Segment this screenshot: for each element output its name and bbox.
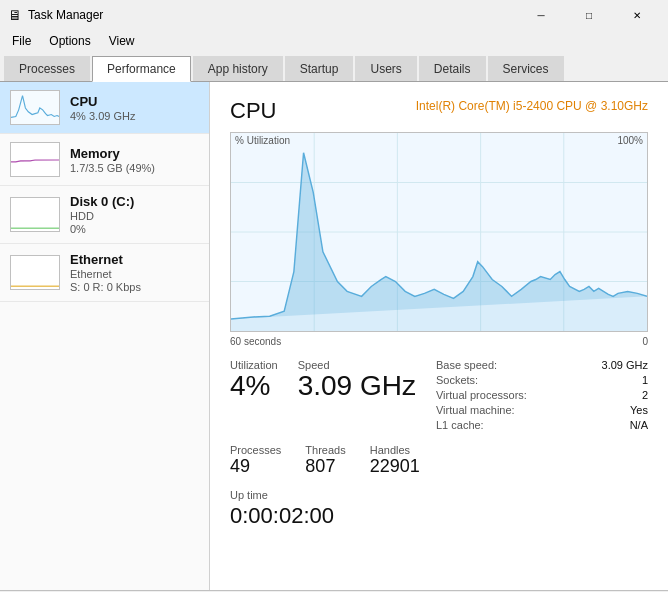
menu-view[interactable]: View [101, 32, 143, 50]
cpu-name: CPU [70, 94, 199, 109]
menu-bar: File Options View [0, 30, 668, 52]
app-title: Task Manager [28, 8, 103, 22]
virtual-processors-row: Virtual processors: 2 [436, 389, 648, 401]
processes-value: 49 [230, 456, 281, 477]
svg-rect-2 [11, 198, 59, 231]
util-value: 4% [230, 371, 278, 402]
virtual-processors-value: 2 [642, 389, 648, 401]
sidebar-item-ethernet[interactable]: Ethernet Ethernet S: 0 R: 0 Kbps [0, 244, 209, 302]
disk-name: Disk 0 (C:) [70, 194, 199, 209]
menu-file[interactable]: File [4, 32, 39, 50]
main-content: CPU 4% 3.09 GHz Memory 1.7/3.5 GB (49%) [0, 82, 668, 590]
cpu-thumbnail [10, 90, 60, 125]
memory-thumbnail [10, 142, 60, 177]
close-button[interactable]: ✕ [614, 0, 660, 30]
ethernet-sub2: S: 0 R: 0 Kbps [70, 281, 199, 293]
sidebar-item-memory[interactable]: Memory 1.7/3.5 GB (49%) [0, 134, 209, 186]
memory-name: Memory [70, 146, 199, 161]
tab-startup[interactable]: Startup [285, 56, 354, 81]
disk-thumbnail [10, 197, 60, 232]
svg-rect-3 [11, 256, 59, 289]
ethernet-thumbnail [10, 255, 60, 290]
processes-label: Processes [230, 444, 281, 456]
virtual-machine-row: Virtual machine: Yes [436, 404, 648, 416]
sidebar: CPU 4% 3.09 GHz Memory 1.7/3.5 GB (49%) [0, 82, 210, 590]
disk-info: Disk 0 (C:) HDD 0% [70, 194, 199, 235]
processes-block: Processes 49 [230, 444, 281, 477]
cpu-info: CPU 4% 3.09 GHz [70, 94, 199, 122]
menu-options[interactable]: Options [41, 32, 98, 50]
handles-label: Handles [370, 444, 420, 456]
cpu-graph: % Utilization 100% [230, 132, 648, 332]
sidebar-item-disk[interactable]: Disk 0 (C:) HDD 0% [0, 186, 209, 244]
ethernet-name: Ethernet [70, 252, 199, 267]
title-bar-controls: ─ □ ✕ [518, 0, 660, 30]
base-speed-row: Base speed: 3.09 GHz [436, 359, 648, 371]
virtual-machine-label: Virtual machine: [436, 404, 515, 416]
l1cache-label: L1 cache: [436, 419, 484, 431]
maximize-button[interactable]: □ [566, 0, 612, 30]
minimize-button[interactable]: ─ [518, 0, 564, 30]
svg-rect-0 [11, 91, 59, 124]
detail-title: CPU [230, 98, 276, 124]
detail-subtitle: Intel(R) Core(TM) i5-2400 CPU @ 3.10GHz [416, 98, 648, 115]
graph-label-top: % Utilization [235, 135, 290, 146]
disk-sub2: 0% [70, 223, 199, 235]
tab-services[interactable]: Services [488, 56, 564, 81]
virtual-machine-value: Yes [630, 404, 648, 416]
time-label-left: 60 seconds [230, 336, 281, 347]
tab-details[interactable]: Details [419, 56, 486, 81]
handles-block: Handles 22901 [370, 444, 420, 477]
l1cache-value: N/A [630, 419, 648, 431]
ethernet-info: Ethernet Ethernet S: 0 R: 0 Kbps [70, 252, 199, 293]
ethernet-sub1: Ethernet [70, 268, 199, 280]
threads-label: Threads [305, 444, 345, 456]
handles-value: 22901 [370, 456, 420, 477]
tab-app-history[interactable]: App history [193, 56, 283, 81]
app-icon: 🖥 [8, 7, 22, 23]
memory-sub: 1.7/3.5 GB (49%) [70, 162, 199, 174]
uptime-value: 0:00:02:00 [230, 503, 648, 529]
memory-info: Memory 1.7/3.5 GB (49%) [70, 146, 199, 174]
title-bar: 🖥 Task Manager ─ □ ✕ [0, 0, 668, 30]
threads-value: 807 [305, 456, 345, 477]
detail-header: CPU Intel(R) Core(TM) i5-2400 CPU @ 3.10… [230, 98, 648, 124]
uptime-label: Up time [230, 489, 648, 501]
sockets-value: 1 [642, 374, 648, 386]
base-speed-value: 3.09 GHz [602, 359, 648, 371]
tab-bar: Processes Performance App history Startu… [0, 52, 668, 82]
threads-block: Threads 807 [305, 444, 345, 477]
graph-label-top-right: 100% [617, 135, 643, 146]
virtual-processors-label: Virtual processors: [436, 389, 527, 401]
tab-performance[interactable]: Performance [92, 56, 191, 82]
detail-panel: CPU Intel(R) Core(TM) i5-2400 CPU @ 3.10… [210, 82, 668, 590]
l1cache-row: L1 cache: N/A [436, 419, 648, 431]
tab-processes[interactable]: Processes [4, 56, 90, 81]
sidebar-item-cpu[interactable]: CPU 4% 3.09 GHz [0, 82, 209, 134]
speed-value: 3.09 GHz [298, 371, 416, 402]
sockets-label: Sockets: [436, 374, 478, 386]
right-stats: Base speed: 3.09 GHz Sockets: 1 Virtual … [436, 359, 648, 434]
disk-sub1: HDD [70, 210, 199, 222]
cpu-sub: 4% 3.09 GHz [70, 110, 199, 122]
sockets-row: Sockets: 1 [436, 374, 648, 386]
graph-time-labels: 60 seconds 0 [230, 336, 648, 347]
tab-users[interactable]: Users [355, 56, 416, 81]
time-label-right: 0 [642, 336, 648, 347]
base-speed-label: Base speed: [436, 359, 497, 371]
